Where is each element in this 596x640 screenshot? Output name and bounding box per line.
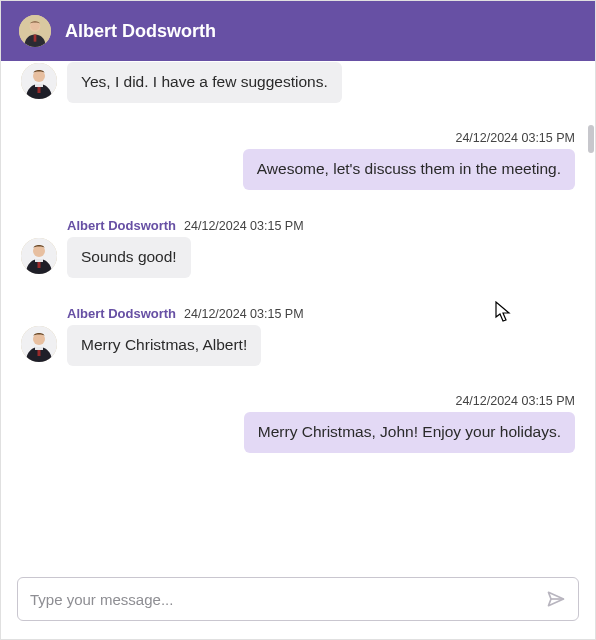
message-bubble[interactable]: Merry Christmas, Albert! xyxy=(67,325,261,366)
message-group: 24/12/2024 03:15 PM Awesome, let's discu… xyxy=(21,131,575,190)
message-group: Albert Dodsworth 24/12/2024 03:15 PM Sou… xyxy=(21,218,575,278)
send-button[interactable] xyxy=(546,589,566,609)
message-bubble[interactable]: Awesome, let's discuss them in the meeti… xyxy=(243,149,575,190)
chat-window: Albert Dodsworth Albert Dodsworth 24/12/… xyxy=(0,0,596,640)
message-group: Albert Dodsworth 24/12/2024 03:15 PM Mer… xyxy=(21,306,575,366)
message-bubble[interactable]: Yes, I did. I have a few suggestions. xyxy=(67,62,342,103)
message-avatar[interactable] xyxy=(21,238,57,274)
message-meta: Albert Dodsworth 24/12/2024 03:15 PM xyxy=(67,218,304,233)
svg-rect-7 xyxy=(35,84,43,87)
message-timestamp: 24/12/2024 03:15 PM xyxy=(455,131,575,145)
message-list[interactable]: Albert Dodsworth 24/12/2024 03:15 PM Yes… xyxy=(1,61,595,567)
message-timestamp: 24/12/2024 03:15 PM xyxy=(184,307,304,321)
sender-name: Albert Dodsworth xyxy=(67,218,176,233)
svg-rect-11 xyxy=(35,259,43,262)
message-bubble[interactable]: Merry Christmas, John! Enjoy your holida… xyxy=(244,412,575,453)
message-avatar[interactable] xyxy=(21,63,57,99)
message-input[interactable] xyxy=(30,591,536,608)
scrollbar-thumb[interactable] xyxy=(588,125,594,153)
message-bubble[interactable]: Sounds good! xyxy=(67,237,191,278)
svg-rect-3 xyxy=(34,35,37,42)
message-avatar[interactable] xyxy=(21,326,57,362)
message-timestamp: 24/12/2024 03:15 PM xyxy=(184,219,304,233)
message-timestamp: 24/12/2024 03:15 PM xyxy=(455,394,575,408)
sender-name: Albert Dodsworth xyxy=(67,306,176,321)
avatar-icon xyxy=(19,15,51,47)
avatar-icon xyxy=(21,238,57,274)
message-meta: 24/12/2024 03:15 PM xyxy=(455,131,575,145)
message-meta: Albert Dodsworth 24/12/2024 03:15 PM xyxy=(67,306,304,321)
message-meta: 24/12/2024 03:15 PM xyxy=(455,394,575,408)
message-group: Albert Dodsworth 24/12/2024 03:15 PM Yes… xyxy=(21,61,575,103)
avatar-icon xyxy=(21,63,57,99)
svg-rect-15 xyxy=(35,347,43,350)
send-icon xyxy=(546,589,566,609)
message-composer xyxy=(17,577,579,621)
contact-name: Albert Dodsworth xyxy=(65,21,216,42)
avatar-icon xyxy=(21,326,57,362)
contact-avatar[interactable] xyxy=(19,15,51,47)
message-group: 24/12/2024 03:15 PM Merry Christmas, Joh… xyxy=(21,394,575,453)
chat-header: Albert Dodsworth xyxy=(1,1,595,61)
